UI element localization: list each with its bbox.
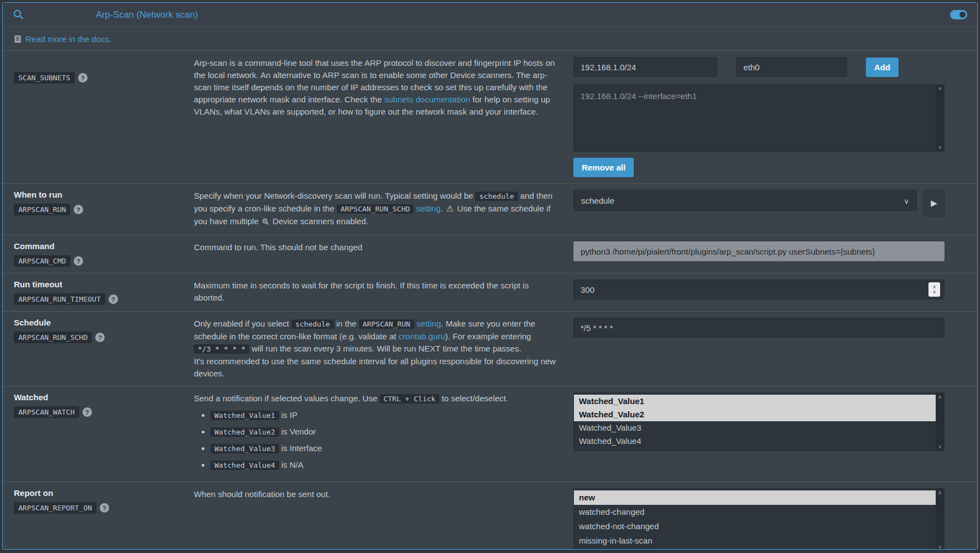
add-button[interactable]: Add (866, 58, 899, 77)
book-icon (14, 35, 22, 43)
scroll-up-icon[interactable] (938, 394, 942, 400)
inline-link[interactable]: setting (417, 319, 441, 328)
schedule-input[interactable] (573, 318, 945, 338)
interface-input[interactable] (736, 57, 847, 77)
help-icon[interactable] (78, 73, 88, 82)
setting-key: ARPSCAN_RUN_TIMEOUT (14, 293, 105, 305)
setting-description: Only enabled if you select schedule in t… (194, 317, 573, 380)
inline-code: ARPSCAN_RUN_SCHD (337, 204, 414, 214)
scrollbar[interactable] (936, 489, 944, 550)
setting-description: Command to run. This should not be chang… (194, 240, 573, 267)
setting-row-watched: Watched ARPSCAN_WATCH Send a notificatio… (3, 386, 977, 482)
scroll-down-icon[interactable] (938, 144, 942, 150)
option-Watched_Value1[interactable]: Watched_Value1 (574, 395, 936, 408)
setting-row-run-timeout: Run timeout ARPSCAN_RUN_TIMEOUT Maximum … (3, 273, 977, 311)
setting-row-when-to-run: When to run ARPSCAN_RUN Specify when you… (3, 183, 977, 235)
settings-table: SCAN_SUBNETS Arp-scan is a command-line … (3, 50, 977, 550)
timeout-input[interactable] (573, 280, 945, 299)
scroll-down-icon[interactable] (938, 544, 942, 550)
inline-link[interactable]: subnets documentation (384, 95, 470, 104)
setting-description: Specify when your Network-discovery scan… (194, 189, 573, 229)
scroll-up-icon[interactable] (938, 490, 942, 495)
setting-key: SCAN_SUBNETS (14, 72, 75, 84)
inline-link[interactable]: setting (416, 204, 440, 213)
inline-code: schedule (475, 192, 518, 201)
setting-heading: Command (14, 241, 194, 251)
setting-row-scan-subnets: SCAN_SUBNETS Arp-scan is a command-line … (3, 50, 977, 183)
magnifier-icon (262, 216, 269, 229)
option-watched-not-changed[interactable]: watched-not-changed (574, 519, 936, 534)
toggle-knob (960, 12, 966, 18)
option-new[interactable]: new (574, 490, 936, 505)
setting-row-schedule: Schedule ARPSCAN_RUN_SCHD Only enabled i… (3, 311, 977, 386)
setting-key: ARPSCAN_RUN_SCHD (14, 332, 92, 343)
scroll-up-icon[interactable] (938, 86, 942, 91)
plugin-settings-panel: Arp-Scan (Network scan) Read more in the… (2, 2, 978, 550)
inline-link[interactable]: crontab.guru (398, 332, 445, 341)
help-icon[interactable] (100, 503, 109, 513)
setting-description: Arp-scan is a command-line tool that use… (194, 56, 573, 177)
help-icon[interactable] (74, 256, 83, 266)
setting-heading: Schedule (14, 318, 194, 327)
command-input (573, 241, 945, 261)
setting-heading: Watched (14, 392, 194, 402)
option-Watched_Value3[interactable]: Watched_Value3 (574, 421, 936, 435)
watched-listbox[interactable]: Watched_Value1Watched_Value2Watched_Valu… (573, 392, 945, 451)
page-title: Arp-Scan (Network scan) (96, 9, 198, 20)
scrollbar[interactable] (936, 393, 944, 451)
inline-code: schedule (291, 319, 334, 329)
help-icon[interactable] (109, 294, 118, 304)
search-icon[interactable] (13, 9, 24, 20)
scrollbar[interactable] (936, 85, 944, 151)
legend-item: Watched_Value3 is Interface (211, 442, 561, 455)
option-missing-in-last-scan[interactable]: missing-in-last-scan (574, 534, 936, 548)
inline-code: */3 * * * * (194, 344, 249, 354)
setting-row-report-on: Report on ARPSCAN_REPORT_ON When should … (3, 482, 977, 550)
setting-heading: Report on (14, 488, 194, 498)
help-icon[interactable] (74, 205, 83, 214)
inline-code: ARPSCAN_RUN (359, 319, 414, 329)
legend-item: Watched_Value1 is IP (211, 409, 561, 422)
option-Watched_Value2[interactable]: Watched_Value2 (574, 408, 936, 421)
panel-header: Arp-Scan (Network scan) (3, 3, 977, 27)
run-now-button[interactable] (923, 190, 945, 216)
play-icon (931, 198, 937, 208)
help-icon[interactable] (83, 407, 92, 417)
option-Watched_Value4[interactable]: Watched_Value4 (574, 435, 936, 448)
help-icon[interactable] (95, 333, 105, 342)
subnet-input[interactable] (573, 57, 717, 77)
number-stepper[interactable] (928, 282, 940, 297)
docs-link-row: Read more in the docs. (3, 27, 977, 50)
subnets-listbox[interactable]: 192.168.1.0/24 --interface=eth1 (573, 84, 945, 152)
legend-item: Watched_Value2 is Vendor (211, 426, 561, 438)
remove-all-button[interactable]: Remove all (573, 158, 634, 177)
setting-description: Maximum time in seconds to wait for the … (194, 278, 573, 305)
setting-key: ARPSCAN_REPORT_ON (14, 502, 96, 514)
legend-item: Watched_Value4 is N/A (211, 459, 561, 472)
setting-key: ARPSCAN_WATCH (14, 406, 79, 418)
setting-heading: Run timeout (14, 280, 194, 289)
run-select[interactable]: schedule (573, 190, 917, 211)
option-watched-changed[interactable]: watched-changed (574, 505, 936, 519)
warning-icon: ⚠ (447, 204, 454, 213)
chevron-down-icon (904, 196, 909, 205)
scroll-down-icon[interactable] (938, 444, 942, 449)
subnet-list-item[interactable]: 192.168.1.0/24 --interface=eth1 (574, 86, 936, 106)
select-value: schedule (581, 196, 614, 205)
setting-description: When should notification be sent out. (194, 487, 573, 550)
inline-code: CTRL + Click (379, 394, 439, 404)
report-on-listbox[interactable]: newwatched-changedwatched-not-changedmis… (573, 488, 945, 550)
setting-key: ARPSCAN_CMD (14, 255, 70, 267)
watched-legend: Watched_Value1 is IP Watched_Value2 is V… (194, 409, 561, 472)
setting-key: ARPSCAN_RUN (14, 204, 70, 215)
docs-link[interactable]: Read more in the docs. (25, 34, 111, 44)
setting-heading: When to run (14, 190, 194, 199)
setting-description: Send a notification if selected values c… (194, 391, 573, 476)
setting-row-command: Command ARPSCAN_CMD Command to run. This… (3, 235, 977, 273)
section-toggle[interactable] (950, 10, 967, 19)
